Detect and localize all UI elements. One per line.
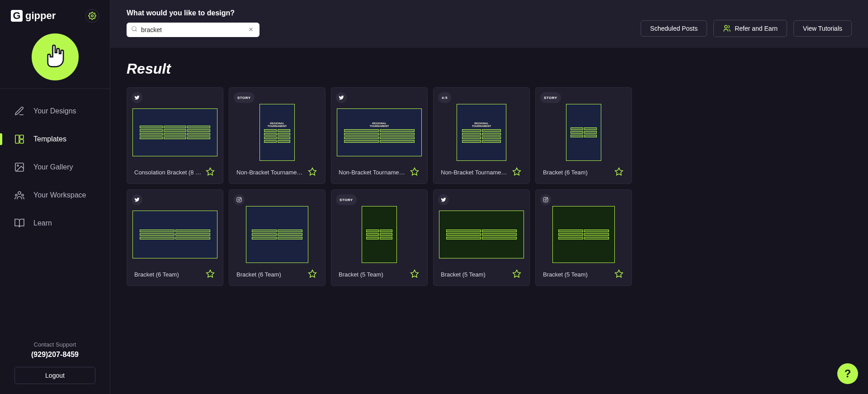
main: What would you like to design? Scheduled… [110,0,868,394]
twitter-icon [132,92,142,103]
favorite-button[interactable] [206,269,216,279]
template-card[interactable]: Bracket (5 Team) [433,189,530,286]
favorite-button[interactable] [410,269,420,279]
scheduled-posts-button[interactable]: Scheduled Posts [641,20,707,37]
content: Result Consolation Bracket (8 Team) STOR… [110,48,868,394]
template-grid: Consolation Bracket (8 Team) STORY REGIO… [127,87,852,286]
svg-point-21 [238,199,240,201]
nav-label: Learn [33,219,52,227]
template-thumbnail: REGIONALTOURNAMENT [437,91,526,163]
favorite-button[interactable] [512,269,522,279]
svg-marker-29 [615,270,623,277]
svg-point-5 [17,165,19,166]
svg-rect-1 [15,135,19,143]
result-heading: Result [127,61,852,77]
template-thumbnail [131,91,219,163]
nav-label: Your Gallery [33,163,73,171]
template-title: Bracket (5 Team) [339,271,383,278]
svg-point-27 [545,199,547,201]
template-title: Bracket (5 Team) [543,271,588,278]
nav-learn[interactable]: Learn [0,209,110,237]
nav-label: Templates [33,135,66,143]
template-title: Bracket (6 Team) [543,169,588,176]
template-card[interactable]: REGIONALTOURNAMENT Non-Bracket Tournamen… [331,87,428,184]
brand-logo: G gipper [11,10,56,22]
template-thumbnail [233,193,321,265]
template-title: Bracket (6 Team) [236,271,281,278]
svg-marker-15 [309,168,316,175]
nav-templates[interactable]: Templates [0,125,110,153]
star-icon [614,167,623,176]
gallery-icon [14,161,25,173]
topbar: What would you like to design? Scheduled… [110,0,868,48]
template-title: Non-Bracket Tournament (... [236,169,304,176]
clear-search-button[interactable] [248,26,255,33]
template-title: Bracket (6 Team) [134,271,179,278]
twitter-icon [336,92,347,103]
settings-button[interactable] [85,9,99,23]
avatar-foam-finger-icon [42,43,68,71]
svg-marker-23 [309,270,316,277]
people-icon [14,189,25,201]
instagram-icon [540,194,551,205]
nav-label: Your Workspace [33,191,86,199]
favorite-button[interactable] [308,269,318,279]
svg-marker-24 [411,270,419,277]
svg-point-0 [91,15,94,17]
template-card[interactable]: STORY Bracket (6 Team) [535,87,632,184]
nav-label: Your Designs [33,107,76,115]
svg-point-6 [18,192,21,194]
star-icon [308,269,317,278]
svg-marker-18 [615,168,623,175]
format-badge: STORY [540,92,561,103]
logout-button[interactable]: Logout [14,367,95,384]
search-input[interactable] [141,26,244,33]
svg-line-10 [136,30,137,32]
svg-point-13 [725,25,727,28]
template-card[interactable]: Consolation Bracket (8 Team) [127,87,223,184]
view-tutorials-button[interactable]: View Tutorials [793,20,852,37]
star-icon [614,269,623,278]
support-label: Contact Support [14,341,95,348]
format-badge: 4:5 [438,92,451,103]
pencil-icon [14,105,25,117]
refer-icon [723,24,731,33]
favorite-button[interactable] [308,167,318,177]
svg-marker-14 [207,168,214,175]
nav-your-gallery[interactable]: Your Gallery [0,153,110,181]
favorite-button[interactable] [410,167,420,177]
template-card[interactable]: STORY Bracket (5 Team) [331,189,428,286]
book-icon [14,217,25,229]
template-card[interactable]: STORY REGIONALTOURNAMENT Non-Bracket Tou… [229,87,326,184]
help-fab[interactable]: ? [837,363,858,384]
format-badge: STORY [336,194,357,205]
template-card[interactable]: Bracket (6 Team) [127,189,223,286]
search-field-wrap[interactable] [127,23,259,37]
refer-earn-button[interactable]: Refer and Earn [713,20,787,37]
template-card[interactable]: 4:5 REGIONALTOURNAMENT Non-Bracket Tourn… [433,87,530,184]
svg-rect-2 [20,135,24,139]
template-thumbnail [131,193,219,265]
svg-point-22 [241,198,241,199]
template-title: Non-Bracket Tournament (... [339,169,406,176]
star-icon [410,269,419,278]
favorite-button[interactable] [512,167,522,177]
favorite-button[interactable] [614,269,624,279]
star-icon [512,167,521,176]
svg-rect-3 [20,140,24,143]
template-thumbnail [539,193,628,265]
template-title: Consolation Bracket (8 Team) [134,169,202,176]
template-card[interactable]: Bracket (6 Team) [229,189,326,286]
svg-marker-19 [207,270,214,277]
nav-your-designs[interactable]: Your Designs [0,97,110,125]
workspace-avatar[interactable] [32,33,79,80]
nav-your-workspace[interactable]: Your Workspace [0,181,110,209]
star-icon [206,269,215,278]
instagram-icon [234,194,245,205]
divider [0,89,110,89]
template-title: Non-Bracket Tournament (... [441,169,509,176]
favorite-button[interactable] [614,167,624,177]
favorite-button[interactable] [206,167,216,177]
search-prompt: What would you like to design? [127,9,259,17]
template-card[interactable]: Bracket (5 Team) [535,189,632,286]
